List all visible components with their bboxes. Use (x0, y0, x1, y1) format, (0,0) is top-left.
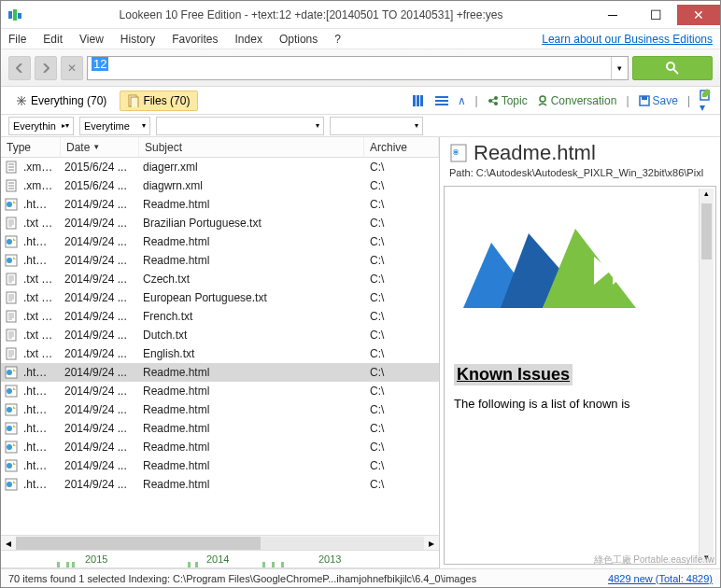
menu-index[interactable]: Index (235, 33, 262, 46)
preview-heading: Known Issues (454, 364, 573, 385)
filter-date-dropdown[interactable]: Everytime▾ (79, 117, 150, 135)
menu-help[interactable]: ? (334, 33, 341, 46)
filter-subject-dropdown[interactable]: ▾ (156, 117, 324, 135)
menu-favorites[interactable]: Favorites (172, 33, 218, 46)
cell-subject: Brazilian Portuguese.txt (137, 217, 364, 230)
nav-forward-button[interactable] (35, 56, 57, 80)
cell-subject: French.txt (137, 310, 364, 323)
search-button[interactable] (632, 56, 713, 80)
close-button[interactable]: ✕ (677, 5, 720, 25)
filter-type-dropdown[interactable]: Everythin▸▾ (8, 117, 74, 135)
table-row[interactable]: .html ...2014/9/24 ...Readme.htmlC:\ (1, 400, 439, 419)
nav-back-button[interactable] (8, 56, 31, 80)
save-button[interactable]: Save (639, 94, 678, 107)
table-row[interactable]: .html ...2014/9/24 ...Readme.htmlC:\ (1, 363, 439, 382)
horizontal-scrollbar[interactable]: ◂ ▸ (1, 535, 439, 550)
table-row[interactable]: .html ...2014/9/24 ...Readme.htmlC:\ (1, 232, 439, 251)
table-row[interactable]: .xml File2015/6/24 ...diagwrn.xmlC:\ (1, 176, 439, 195)
table-row[interactable]: .html ...2014/9/24 ...Readme.htmlC:\ (1, 382, 439, 400)
cell-type: .html ... (18, 478, 59, 491)
table-row[interactable]: .html ...2014/9/24 ...Readme.htmlC:\ (1, 456, 439, 475)
table-row[interactable]: .txt File2014/9/24 ...European Portugues… (1, 288, 439, 307)
business-editions-link[interactable]: Learn about our Business Editions (542, 33, 713, 46)
results-pane: Type Date ▼ Subject Archive .xml File201… (1, 137, 440, 568)
conversation-button[interactable]: Conversation (537, 94, 617, 107)
table-row[interactable]: .txt File2014/9/24 ...Dutch.txtC:\ (1, 326, 439, 344)
cell-type: .html ... (18, 441, 59, 454)
table-row[interactable]: .html ...2014/9/24 ...Readme.htmlC:\ (1, 475, 439, 494)
edit-button[interactable]: ▾ (700, 88, 713, 114)
cell-type: .html ... (18, 385, 59, 398)
table-row[interactable]: .txt File2014/9/24 ...English.txtC:\ (1, 344, 439, 363)
table-row[interactable]: .html ...2014/9/24 ...Readme.htmlC:\ (1, 419, 439, 438)
timeline[interactable]: 2015 2014 2013 (1, 550, 439, 568)
search-dropdown[interactable]: ▾ (611, 57, 628, 79)
table-row[interactable]: .txt File2014/9/24 ...French.txtC:\ (1, 307, 439, 326)
tab-everything-label: Everything (70) (31, 94, 106, 107)
cell-type: .html ... (18, 422, 59, 435)
filter-archive-dropdown[interactable]: ▾ (330, 117, 423, 135)
status-new-link[interactable]: 4829 new (Total: 4829) (608, 573, 713, 584)
cell-date: 2014/9/24 ... (59, 329, 137, 342)
nav-cancel-button[interactable]: ✕ (61, 56, 83, 80)
table-row[interactable]: .html ...2014/9/24 ...Readme.htmlC:\ (1, 195, 439, 214)
col-date[interactable]: Date ▼ (61, 137, 139, 157)
table-row[interactable]: .html ...2014/9/24 ...Readme.htmlC:\ (1, 438, 439, 456)
cell-subject: Readme.html (137, 459, 364, 472)
txt-file-icon (5, 291, 18, 304)
html-file-icon (5, 422, 18, 435)
tab-files[interactable]: Files (70) (120, 91, 198, 111)
watermark: 綠色工廠 Portable.easylife.tw (594, 553, 715, 567)
view-list-icon[interactable] (413, 95, 426, 106)
cell-date: 2014/9/24 ... (59, 254, 137, 267)
view-lines-icon[interactable] (435, 95, 448, 106)
xml-file-icon (5, 179, 18, 192)
menu-file[interactable]: File (8, 33, 26, 46)
col-subject[interactable]: Subject (139, 137, 364, 157)
menu-edit[interactable]: Edit (43, 33, 63, 46)
menu-view[interactable]: View (79, 33, 104, 46)
minimize-button[interactable]: ─ (591, 5, 634, 25)
menu-history[interactable]: History (120, 33, 155, 46)
table-row[interactable]: .html ...2014/9/24 ...Readme.htmlC:\ (1, 251, 439, 270)
cell-subject: Readme.html (137, 235, 364, 248)
table-row[interactable]: .txt File2014/9/24 ...Brazilian Portugue… (1, 214, 439, 232)
cell-archive: C:\ (364, 310, 439, 323)
search-input[interactable]: 12 (88, 57, 611, 79)
cell-type: .xml File (18, 161, 59, 174)
svg-point-67 (7, 370, 12, 375)
html-file-icon (5, 478, 18, 491)
cell-type: .txt File (18, 329, 59, 342)
preview-text: The following is a list of known is (454, 397, 706, 411)
svg-point-31 (7, 202, 12, 207)
cell-type: .html ... (18, 366, 59, 379)
filter-toolbar: Everything (70) Files (70) ∧ | Topic Con… (1, 87, 720, 115)
svg-point-18 (540, 96, 545, 102)
everything-icon (16, 95, 27, 106)
html-file-icon (5, 459, 18, 472)
cell-subject: European Portuguese.txt (137, 291, 364, 304)
svg-rect-0 (8, 11, 12, 19)
menu-options[interactable]: Options (279, 33, 318, 46)
html-file-icon (5, 366, 18, 379)
table-row[interactable]: .xml File2015/6/24 ...diagerr.xmlC:\ (1, 158, 439, 176)
preview-scrollbar[interactable]: ▴ ▾ (699, 189, 714, 562)
tab-everything[interactable]: Everything (70) (8, 91, 114, 110)
svg-point-77 (7, 463, 12, 469)
table-row[interactable]: .txt File2014/9/24 ...Czech.txtC:\ (1, 270, 439, 288)
cell-type: .txt File (18, 291, 59, 304)
cell-archive: C:\ (364, 273, 439, 286)
txt-file-icon (5, 217, 18, 230)
topic-button[interactable]: Topic (488, 94, 528, 107)
cell-subject: Readme.html (137, 366, 364, 379)
preview-body[interactable]: Known Issues The following is a list of … (444, 186, 716, 565)
topic-icon (488, 95, 499, 106)
col-archive[interactable]: Archive (364, 137, 439, 157)
titlebar: Lookeen 10 Free Edition - +text:12 +date… (1, 1, 720, 29)
cell-subject: Readme.html (137, 385, 364, 398)
col-type[interactable]: Type (1, 137, 61, 157)
maximize-button[interactable]: ☐ (634, 5, 677, 25)
collapse-icon[interactable]: ∧ (458, 94, 466, 107)
table-body[interactable]: .xml File2015/6/24 ...diagerr.xmlC:\.xml… (1, 158, 439, 535)
cell-archive: C:\ (364, 385, 439, 398)
